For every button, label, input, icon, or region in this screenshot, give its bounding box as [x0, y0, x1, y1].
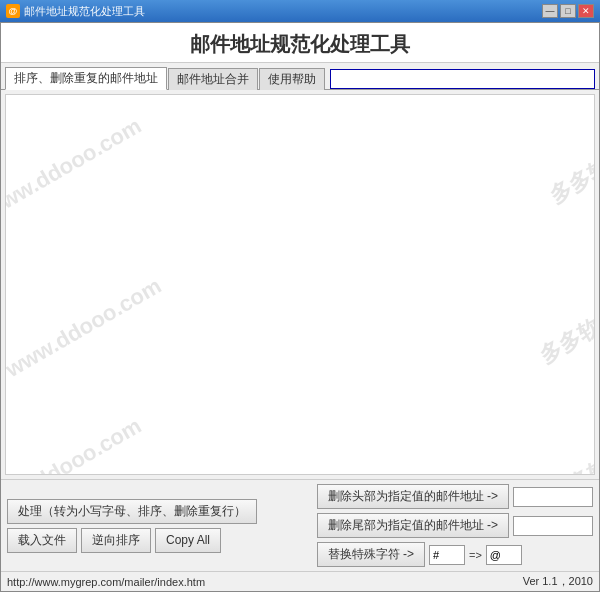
tab-bar: 排序、删除重复的邮件地址 邮件地址合并 使用帮助 [1, 63, 599, 90]
right-section: 删除头部为指定值的邮件地址 -> 删除尾部为指定值的邮件地址 -> 替换特殊字符… [317, 484, 593, 567]
content-area: www.ddooo.com 多多软件站 www.ddooo.com 多多软件站 … [5, 94, 595, 475]
delete-head-button[interactable]: 删除头部为指定值的邮件地址 -> [317, 484, 509, 509]
app-title: 邮件地址规范化处理工具 [1, 23, 599, 63]
close-button[interactable]: ✕ [578, 4, 594, 18]
copy-all-button[interactable]: Copy All [155, 528, 221, 553]
status-version: Ver 1.1，2010 [523, 574, 593, 589]
delete-tail-button[interactable]: 删除尾部为指定值的邮件地址 -> [317, 513, 509, 538]
reverse-sort-button[interactable]: 逆向排序 [81, 528, 151, 553]
tab-merge[interactable]: 邮件地址合并 [168, 68, 258, 90]
main-window: 邮件地址规范化处理工具 排序、删除重复的邮件地址 邮件地址合并 使用帮助 www… [0, 22, 600, 592]
replace-from-input[interactable] [429, 545, 465, 565]
delete-head-input[interactable] [513, 487, 593, 507]
replace-arrow: => [469, 549, 482, 561]
title-bar-controls: — □ ✕ [542, 4, 594, 18]
load-file-button[interactable]: 载入文件 [7, 528, 77, 553]
left-buttons: 处理（转为小写字母、排序、删除重复行） 载入文件 逆向排序 Copy All [7, 499, 257, 553]
tab-help[interactable]: 使用帮助 [259, 68, 325, 90]
status-url: http://www.mygrep.com/mailer/index.htm [7, 576, 205, 588]
toolbar-row-process: 处理（转为小写字母、排序、删除重复行） [7, 499, 257, 524]
delete-head-row: 删除头部为指定值的邮件地址 -> [317, 484, 593, 509]
tab-sort-dedupe[interactable]: 排序、删除重复的邮件地址 [5, 67, 167, 90]
process-button[interactable]: 处理（转为小写字母、排序、删除重复行） [7, 499, 257, 524]
toolbar-row-sub: 载入文件 逆向排序 Copy All [7, 528, 257, 553]
email-textarea[interactable] [6, 95, 594, 474]
maximize-button[interactable]: □ [560, 4, 576, 18]
minimize-button[interactable]: — [542, 4, 558, 18]
replace-row: 替换特殊字符 -> => [317, 542, 593, 567]
app-icon: @ [6, 4, 20, 18]
title-bar-title: 邮件地址规范化处理工具 [24, 4, 542, 19]
search-input[interactable] [330, 69, 595, 89]
title-bar: @ 邮件地址规范化处理工具 — □ ✕ [0, 0, 600, 22]
search-box-container [330, 69, 595, 89]
status-bar: http://www.mygrep.com/mailer/index.htm V… [1, 571, 599, 591]
delete-tail-input[interactable] [513, 516, 593, 536]
replace-button[interactable]: 替换特殊字符 -> [317, 542, 425, 567]
bottom-toolbar: 处理（转为小写字母、排序、删除重复行） 载入文件 逆向排序 Copy All [1, 479, 599, 571]
toolbar-row-1: 处理（转为小写字母、排序、删除重复行） 载入文件 逆向排序 Copy All [7, 484, 593, 567]
delete-tail-row: 删除尾部为指定值的邮件地址 -> [317, 513, 593, 538]
replace-to-input[interactable] [486, 545, 522, 565]
